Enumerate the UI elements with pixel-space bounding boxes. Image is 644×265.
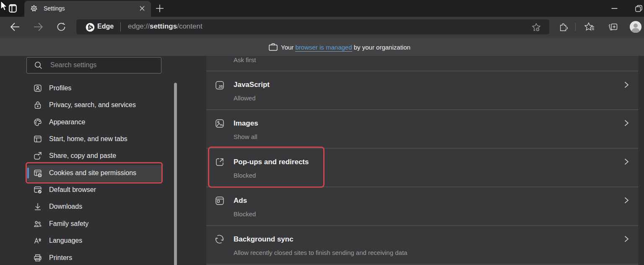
svg-text:JS: JS [218, 84, 223, 89]
